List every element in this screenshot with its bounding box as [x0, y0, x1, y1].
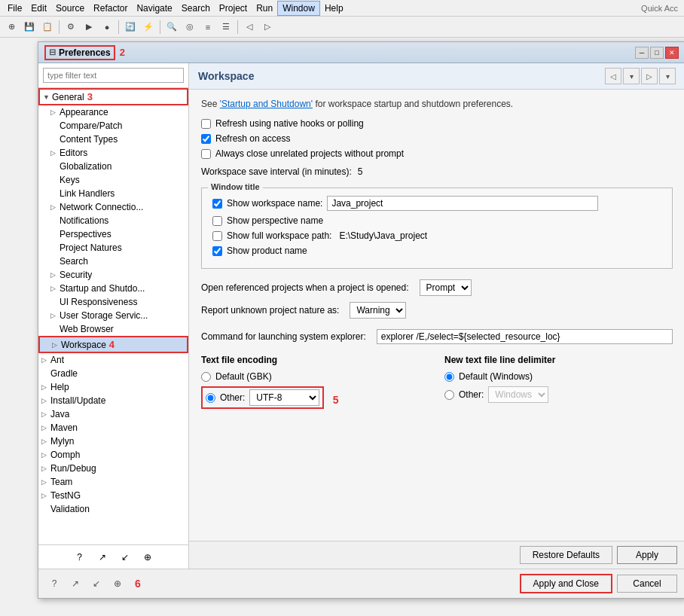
toolbar-btn-1[interactable]: ⊕ [3, 19, 20, 35]
toolbar-btn-13[interactable]: ◁ [241, 19, 258, 35]
tree-item-team[interactable]: ▷Team [38, 475, 188, 489]
toolbar-btn-6[interactable]: ● [99, 19, 115, 35]
toolbar-btn-11[interactable]: ≡ [200, 19, 216, 35]
tree-item-validation[interactable]: Validation [38, 502, 188, 516]
tree-item-maven[interactable]: ▷Maven [38, 421, 188, 435]
tree-item-run-debug[interactable]: ▷Run/Debug [38, 462, 188, 475]
export-btn[interactable]: ↗ [94, 549, 111, 566]
close-unrelated-checkbox[interactable] [201, 149, 211, 159]
dialog-close-btn[interactable]: ✕ [665, 47, 679, 59]
tree-item-ui-resp[interactable]: UI Responsiveness [38, 295, 188, 309]
tree-item-gradle[interactable]: Gradle [38, 367, 188, 380]
nav-back-dropdown[interactable]: ▾ [623, 68, 640, 84]
tree-item-startup[interactable]: ▷Startup and Shutdo... [38, 282, 188, 295]
toolbar-btn-14[interactable]: ▷ [259, 19, 276, 35]
dialog-maximize-btn[interactable]: □ [650, 47, 664, 59]
right-content: See 'Startup and Shutdown' for workspace… [189, 90, 684, 541]
restore-defaults-btn[interactable]: Restore Defaults [520, 546, 612, 564]
workspace-name-input[interactable] [327, 196, 598, 211]
tree-arrow-appearance: ▷ [50, 108, 60, 116]
tree-item-project-natures[interactable]: Project Natures [38, 241, 188, 255]
annotation-2: 2 [120, 47, 125, 58]
dialog-minimize-btn[interactable]: ─ [635, 47, 649, 59]
nav-forward-dropdown[interactable]: ▾ [659, 68, 676, 84]
menu-edit[interactable]: Edit [26, 2, 51, 15]
menu-source[interactable]: Source [51, 2, 89, 15]
settings-btn[interactable]: ⊕ [139, 549, 156, 566]
bottom-export-btn[interactable]: ↗ [67, 575, 84, 592]
refresh-access-checkbox[interactable] [201, 134, 211, 144]
tree-item-network[interactable]: ▷Network Connectio... [38, 200, 188, 214]
help-btn[interactable]: ? [72, 549, 88, 566]
bottom-import-btn[interactable]: ↙ [88, 575, 105, 592]
tree-item-globalization[interactable]: Globalization [38, 160, 188, 173]
menu-navigate[interactable]: Navigate [132, 2, 176, 15]
menu-window[interactable]: Window [277, 1, 320, 16]
show-full-path-checkbox[interactable] [212, 231, 222, 241]
apply-close-btn[interactable]: Apply and Close [520, 574, 612, 593]
command-input[interactable] [377, 329, 673, 344]
menu-file[interactable]: File [3, 2, 26, 15]
report-unknown-select[interactable]: Warning Error Ignore [350, 302, 406, 319]
toolbar-btn-10[interactable]: ◎ [182, 19, 198, 35]
toolbar-btn-5[interactable]: ▶ [81, 19, 97, 35]
tree-item-web-browser[interactable]: Web Browser [38, 322, 188, 336]
dialog-title-box: ⊟ Preferences [44, 45, 115, 60]
show-workspace-name-checkbox[interactable] [212, 199, 222, 209]
toolbar-sep-2 [118, 20, 119, 34]
tree-arrow-testng: ▷ [41, 492, 50, 499]
show-perspective-checkbox[interactable] [212, 216, 222, 226]
startup-shutdown-link[interactable]: 'Startup and Shutdown' [220, 99, 313, 109]
line-default-radio[interactable] [444, 372, 454, 382]
toolbar-btn-2[interactable]: 💾 [21, 19, 38, 35]
tree-item-general[interactable]: ▼General3 [38, 88, 188, 105]
toolbar-btn-9[interactable]: 🔍 [163, 19, 180, 35]
menu-help[interactable]: Help [320, 2, 348, 15]
tree-item-mylyn[interactable]: ▷Mylyn [38, 435, 188, 448]
tree-item-testng[interactable]: ▷TestNG [38, 489, 188, 502]
tree-item-ant[interactable]: ▷Ant [38, 353, 188, 367]
encoding-other-radio[interactable] [206, 393, 215, 403]
open-referenced-select[interactable]: Prompt Always Never [420, 279, 472, 296]
tree-item-workspace[interactable]: ▷Workspace4 [38, 336, 188, 353]
nav-forward-btn[interactable]: ▷ [641, 68, 658, 84]
show-product-checkbox[interactable] [212, 246, 222, 256]
line-delimiter-select[interactable]: Windows Unix MacOS [488, 386, 548, 403]
tree-item-oomph[interactable]: ▷Oomph [38, 448, 188, 462]
import-btn[interactable]: ↙ [117, 549, 133, 566]
menu-refactor[interactable]: Refactor [89, 2, 132, 15]
tree-item-security[interactable]: ▷Security [38, 268, 188, 282]
filter-input[interactable] [43, 68, 184, 83]
toolbar-btn-4[interactable]: ⚙ [63, 19, 79, 35]
encoding-select[interactable]: UTF-8 UTF-16 ISO-8859-1 GBK [249, 389, 319, 406]
menu-run[interactable]: Run [252, 2, 277, 15]
tree-item-keys[interactable]: Keys [38, 173, 188, 187]
tree-item-install-update[interactable]: ▷Install/Update [38, 394, 188, 407]
tree-item-perspectives[interactable]: Perspectives [38, 227, 188, 241]
tree-item-editors[interactable]: ▷Editors [38, 146, 188, 160]
refresh-native-checkbox[interactable] [201, 119, 211, 129]
tree-item-link-handlers[interactable]: Link Handlers [38, 187, 188, 200]
menu-search[interactable]: Search [177, 2, 215, 15]
tree-item-compare[interactable]: Compare/Patch [38, 119, 188, 133]
toolbar-btn-3[interactable]: 📋 [39, 19, 56, 35]
toolbar-sep-4 [237, 20, 238, 34]
tree-item-notifications[interactable]: Notifications [38, 214, 188, 227]
toolbar-btn-8[interactable]: ⚡ [140, 19, 157, 35]
tree-item-help[interactable]: ▷Help [38, 380, 188, 394]
tree-item-java[interactable]: ▷Java [38, 407, 188, 421]
apply-btn[interactable]: Apply [617, 546, 677, 564]
bottom-settings-btn[interactable]: ⊕ [109, 575, 126, 592]
nav-back-btn[interactable]: ◁ [605, 68, 621, 84]
tree-item-appearance[interactable]: ▷Appearance [38, 105, 188, 119]
menu-project[interactable]: Project [215, 2, 252, 15]
cancel-btn[interactable]: Cancel [617, 575, 677, 593]
encoding-default-radio[interactable] [201, 372, 211, 382]
toolbar-btn-12[interactable]: ☰ [218, 19, 234, 35]
tree-item-search[interactable]: Search [38, 255, 188, 268]
tree-item-content[interactable]: Content Types [38, 133, 188, 146]
line-other-radio[interactable] [444, 390, 454, 400]
toolbar-btn-7[interactable]: 🔄 [122, 19, 139, 35]
bottom-help-btn[interactable]: ? [46, 575, 63, 592]
tree-item-user-storage[interactable]: ▷User Storage Servic... [38, 309, 188, 322]
